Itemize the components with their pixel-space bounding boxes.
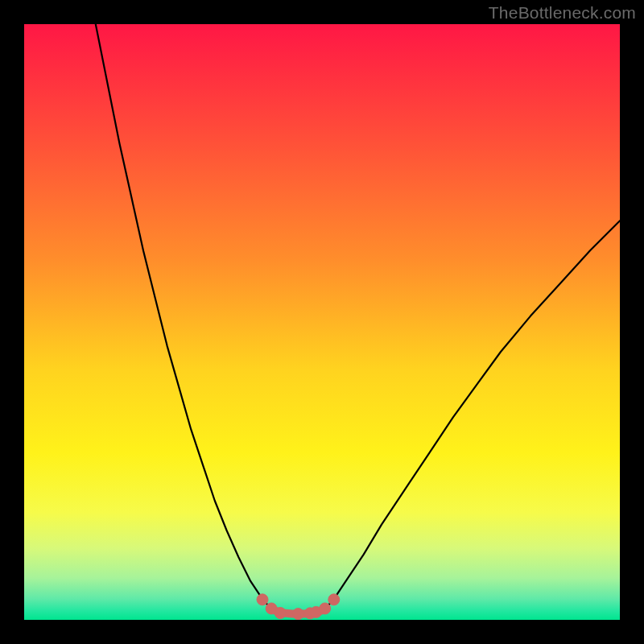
chart-frame: TheBottleneck.com [0,0,644,644]
curve-marker [292,609,303,620]
plot-area [24,24,620,620]
chart-svg [24,24,620,620]
curve-marker [257,594,268,605]
curve-marker [320,603,331,614]
curve-marker [328,594,340,605]
curve-marker [275,607,286,618]
watermark-text: TheBottleneck.com [489,3,636,23]
